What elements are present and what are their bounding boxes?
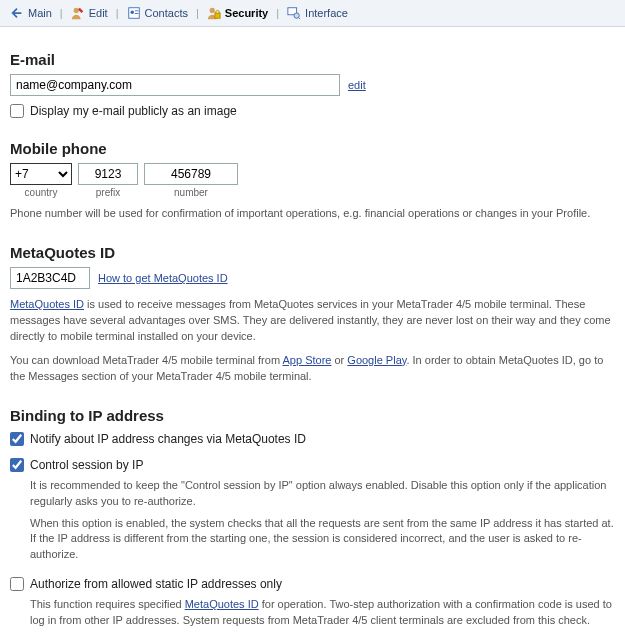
- svg-rect-4: [134, 13, 138, 14]
- content-area: E-mail edit Display my e-mail publicly a…: [0, 27, 625, 641]
- mq-para2: You can download MetaTrader 4/5 mobile t…: [10, 353, 615, 385]
- phone-help-text: Phone number will be used for confirmati…: [10, 206, 615, 222]
- contacts-icon: [127, 6, 141, 20]
- email-input[interactable]: [10, 74, 340, 96]
- mq-para2-pre: You can download MetaTrader 4/5 mobile t…: [10, 354, 283, 366]
- ip-static-help-pre: This function requires specified: [30, 598, 185, 610]
- tab-contacts-label: Contacts: [145, 7, 188, 19]
- ip-notify-checkbox[interactable]: [10, 432, 24, 446]
- tab-main-label: Main: [28, 7, 52, 19]
- svg-rect-3: [134, 10, 138, 11]
- tab-security[interactable]: Security: [203, 4, 272, 22]
- ip-control-label: Control session by IP: [30, 458, 143, 472]
- ip-static-help: This function requires specified MetaQuo…: [10, 597, 615, 629]
- display-email-public-label: Display my e-mail publicly as an image: [30, 104, 237, 118]
- ip-heading: Binding to IP address: [10, 407, 615, 424]
- tab-separator: |: [274, 7, 281, 19]
- tab-edit[interactable]: Edit: [67, 4, 112, 22]
- mq-id-input[interactable]: [10, 267, 90, 289]
- tab-main[interactable]: Main: [6, 4, 56, 22]
- phone-number-input[interactable]: [144, 163, 238, 185]
- display-email-public-checkbox[interactable]: [10, 104, 24, 118]
- tab-separator: |: [114, 7, 121, 19]
- mq-para2-or: or: [331, 354, 347, 366]
- appstore-link[interactable]: App Store: [283, 354, 332, 366]
- email-edit-link[interactable]: edit: [348, 79, 366, 91]
- phone-prefix-sublabel: prefix: [96, 187, 120, 198]
- mq-para1: MetaQuotes ID is used to receive message…: [10, 297, 615, 345]
- mq-howto-link[interactable]: How to get MetaQuotes ID: [98, 272, 228, 284]
- tab-separator: |: [194, 7, 201, 19]
- phone-country-select[interactable]: +7: [10, 163, 72, 185]
- interface-magnifier-icon: [287, 6, 301, 20]
- tab-bar: Main | Edit | Contacts | Security | Inte…: [0, 0, 625, 27]
- svg-point-0: [73, 8, 78, 13]
- tab-interface[interactable]: Interface: [283, 4, 352, 22]
- phone-country-sublabel: country: [25, 187, 58, 198]
- ip-control-help1: It is recommended to keep the "Control s…: [10, 478, 615, 510]
- svg-point-2: [130, 10, 134, 14]
- tab-edit-label: Edit: [89, 7, 108, 19]
- ip-control-checkbox[interactable]: [10, 458, 24, 472]
- mq-id-link[interactable]: MetaQuotes ID: [10, 298, 84, 310]
- phone-heading: Mobile phone: [10, 140, 615, 157]
- ip-static-mqid-link[interactable]: MetaQuotes ID: [185, 598, 259, 610]
- svg-point-5: [209, 8, 214, 13]
- phone-number-sublabel: number: [174, 187, 208, 198]
- back-arrow-icon: [10, 6, 24, 20]
- mq-para1-text: is used to receive messages from MetaQuo…: [10, 298, 611, 342]
- svg-line-9: [298, 17, 300, 19]
- ip-static-checkbox[interactable]: [10, 577, 24, 591]
- phone-prefix-input[interactable]: [78, 163, 138, 185]
- ip-notify-label: Notify about IP address changes via Meta…: [30, 432, 306, 446]
- tab-separator: |: [58, 7, 65, 19]
- ip-control-help2: When this option is enabled, the system …: [10, 516, 615, 564]
- tab-contacts[interactable]: Contacts: [123, 4, 192, 22]
- tab-interface-label: Interface: [305, 7, 348, 19]
- user-edit-icon: [71, 6, 85, 20]
- mq-heading: MetaQuotes ID: [10, 244, 615, 261]
- email-heading: E-mail: [10, 51, 615, 68]
- tab-security-label: Security: [225, 7, 268, 19]
- ip-static-label: Authorize from allowed static IP address…: [30, 577, 282, 591]
- googleplay-link[interactable]: Google Play: [347, 354, 406, 366]
- svg-rect-6: [215, 13, 220, 18]
- security-lock-icon: [207, 6, 221, 20]
